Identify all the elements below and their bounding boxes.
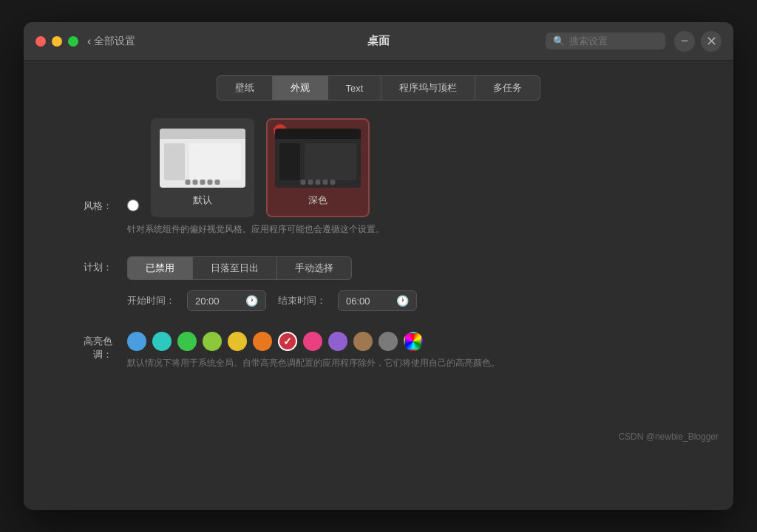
schedule-row: 计划： 已禁用 日落至日出 手动选择 开始时间： 🕐 结束时间： (68, 256, 689, 311)
dock-dot-dark (308, 180, 313, 185)
end-time-label: 结束时间： (278, 294, 326, 307)
search-box[interactable]: 🔍 (546, 33, 665, 50)
settings-window: ‹ 全部设置 桌面 🔍 − ✕ 壁纸 外观 Text 程序坞与顶栏 多任务 风格… (24, 22, 733, 510)
theme-name-dark: 深色 (308, 194, 327, 207)
maximize-button[interactable] (68, 36, 78, 47)
theme-preview-default (160, 129, 245, 188)
style-hint: 针对系统组件的偏好视觉风格。应用程序可能也会遵循这个设置。 (127, 223, 689, 236)
dock-dot (186, 180, 191, 185)
color-swatch-blue[interactable] (127, 332, 146, 351)
preview-main-dark (305, 143, 356, 180)
tab-appearance[interactable]: 外观 (273, 75, 328, 100)
highlight-label: 高亮色调： (68, 332, 127, 361)
color-swatch-red[interactable]: ✓ (278, 332, 297, 351)
preview-body-light (160, 139, 245, 185)
dock-dot (208, 180, 213, 185)
preview-sidebar-light (164, 143, 185, 180)
dock-dot-dark (323, 180, 328, 185)
settings-content: 壁纸 外观 Text 程序坞与顶栏 多任务 风格： (24, 61, 733, 420)
dock-dot (193, 180, 198, 185)
color-swatch-purple[interactable] (328, 332, 347, 351)
preview-body-dark (275, 139, 361, 185)
color-swatch-brown[interactable] (353, 332, 373, 351)
preview-sidebar-dark (279, 143, 300, 180)
clock-icon-end: 🕐 (396, 295, 409, 307)
color-swatch-yellow[interactable] (228, 332, 247, 351)
tab-text[interactable]: Text (328, 75, 382, 100)
time-row: 开始时间： 🕐 结束时间： 🕐 (127, 290, 689, 311)
tabs-bar: 壁纸 外观 Text 程序坞与顶栏 多任务 (68, 61, 689, 118)
preview-titlebar-dark (275, 129, 361, 139)
back-button[interactable]: ‹ 全部设置 (87, 35, 135, 48)
dock-dot-dark (301, 180, 306, 185)
preview-main-light (189, 143, 241, 180)
color-swatch-rainbow[interactable] (404, 332, 423, 351)
titlebar: ‹ 全部设置 桌面 🔍 − ✕ (24, 22, 733, 61)
color-swatch-gray[interactable] (378, 332, 398, 351)
schedule-label: 计划： (68, 256, 127, 274)
start-time-input-wrap[interactable]: 🕐 (187, 290, 266, 311)
preview-dock-dark (301, 180, 336, 185)
highlight-content: ✓ 默认情况下将用于系统全局。自带高亮色调配置的应用程序除外，它们将使用自己的高… (127, 332, 689, 369)
window-controls (35, 36, 78, 47)
theme-preview-dark (275, 129, 361, 188)
color-swatch-green[interactable] (177, 332, 197, 351)
dock-dot-dark (316, 180, 321, 185)
color-swatch-yellow-green[interactable] (203, 332, 222, 351)
end-time-input-wrap[interactable]: 🕐 (338, 290, 417, 311)
dock-dot (215, 180, 220, 185)
dock-dot (200, 180, 206, 185)
tab-multitask[interactable]: 多任务 (475, 75, 540, 100)
preview-dock-light (186, 180, 220, 185)
tab-wallpaper[interactable]: 壁纸 (217, 75, 273, 100)
minimize-button[interactable] (52, 36, 62, 47)
swatch-check-icon: ✓ (283, 335, 292, 347)
highlight-hint: 默认情况下将用于系统全局。自带高亮色调配置的应用程序除外，它们将使用自己的高亮颜… (127, 357, 689, 369)
back-label: 全部设置 (94, 35, 135, 48)
search-icon: 🔍 (553, 35, 565, 47)
start-time-input[interactable] (195, 296, 240, 307)
close-button[interactable] (35, 36, 46, 47)
schedule-tabs: 已禁用 日落至日出 手动选择 (127, 256, 689, 280)
clock-icon-start: 🕐 (245, 295, 258, 307)
schedule-sunset-btn[interactable]: 日落至日出 (193, 256, 277, 280)
window-title: 桌面 (367, 34, 390, 48)
watermark: CSDN @newbie_Blogger (24, 420, 733, 448)
style-row: 风格： (68, 118, 689, 236)
highlight-row: 高亮色调： ✓ 默认情况 (68, 332, 689, 369)
color-swatch-teal[interactable] (152, 332, 172, 351)
end-time-input[interactable] (346, 296, 390, 307)
chevron-left-icon: ‹ (87, 35, 91, 48)
color-swatch-orange[interactable] (253, 332, 272, 351)
colors-row: ✓ (127, 332, 689, 351)
start-time-label: 开始时间： (127, 294, 175, 307)
titlebar-right-buttons: − ✕ (674, 31, 722, 52)
style-label: 风格： (68, 118, 127, 213)
color-swatch-pink[interactable] (303, 332, 322, 351)
tab-panel[interactable]: 程序坞与顶栏 (381, 75, 475, 100)
schedule-content: 已禁用 日落至日出 手动选择 开始时间： 🕐 结束时间： 🕐 (127, 256, 689, 311)
dock-dot-dark (330, 180, 336, 185)
theme-name-default: 默认 (193, 194, 212, 207)
style-section: 默认 ✓ (127, 118, 689, 217)
search-input[interactable] (569, 35, 658, 47)
minimize-dash-button[interactable]: − (674, 31, 695, 52)
schedule-manual-btn[interactable]: 手动选择 (277, 256, 352, 280)
style-radio-default[interactable] (127, 118, 139, 211)
style-radio-default-input[interactable] (127, 200, 139, 211)
close-x-button[interactable]: ✕ (701, 31, 722, 52)
preview-titlebar-light (160, 129, 245, 139)
style-content: 默认 ✓ (127, 118, 689, 236)
theme-card-default[interactable]: 默认 (151, 118, 254, 217)
theme-card-dark[interactable]: ✓ (266, 118, 370, 217)
schedule-disabled-btn[interactable]: 已禁用 (127, 256, 193, 280)
